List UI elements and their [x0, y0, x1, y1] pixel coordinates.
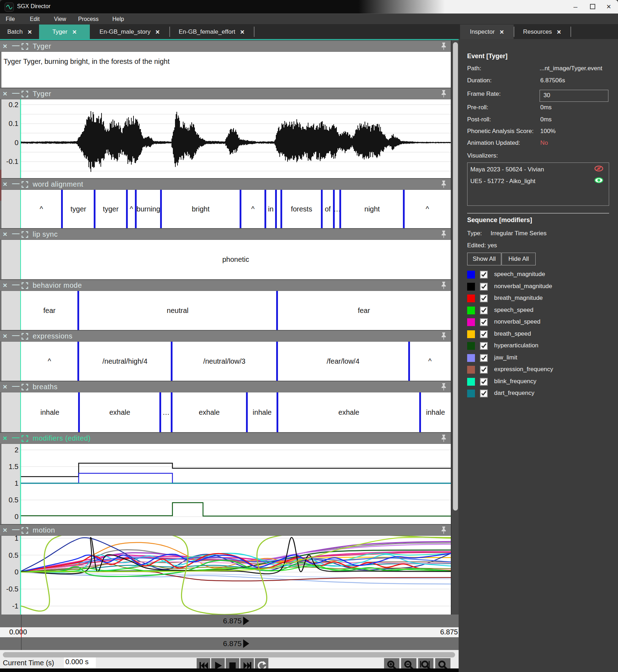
- track-checkbox[interactable]: [480, 342, 488, 350]
- panel-close-icon[interactable]: ×: [3, 382, 7, 391]
- frame-rate-input[interactable]: 30: [540, 90, 608, 102]
- playhead-line[interactable]: [20, 240, 21, 279]
- panel-minimize-icon[interactable]: —: [12, 331, 20, 339]
- panel-minimize-icon[interactable]: —: [12, 88, 20, 97]
- menu-file[interactable]: File: [4, 15, 17, 23]
- segment-label[interactable]: /neutral/high/4: [78, 342, 171, 381]
- track-checkbox[interactable]: [480, 366, 488, 374]
- track-checkbox[interactable]: [480, 354, 488, 362]
- tab-close-icon[interactable]: ×: [155, 28, 160, 35]
- segment-label[interactable]: inhale: [247, 392, 278, 432]
- tab-close-icon[interactable]: ×: [240, 28, 245, 35]
- time-slider-top[interactable]: 6.875: [0, 615, 459, 627]
- panel-expand-icon[interactable]: [21, 435, 28, 442]
- waveform-plot[interactable]: 0.20.10-0.1: [0, 99, 451, 178]
- side-tab-resources[interactable]: Resources×: [514, 24, 570, 39]
- close-button[interactable]: ×: [602, 2, 616, 11]
- track-checkbox[interactable]: [480, 378, 488, 386]
- panel-minimize-icon[interactable]: —: [12, 381, 20, 390]
- visualizer-item[interactable]: UE5 - 51772 - Aiko_light: [470, 177, 607, 186]
- panel-close-icon[interactable]: ×: [3, 180, 7, 188]
- panel-close-icon[interactable]: ×: [3, 332, 7, 340]
- panel-close-icon[interactable]: ×: [3, 89, 7, 98]
- segment-label[interactable]: /neutral/low/3: [171, 342, 277, 381]
- track-checkbox[interactable]: [480, 307, 488, 314]
- pin-icon[interactable]: [440, 332, 447, 340]
- vertical-scrollbar-thumb[interactable]: [453, 42, 458, 511]
- track-checkbox[interactable]: [480, 271, 488, 279]
- segment-label[interactable]: ^: [240, 190, 265, 228]
- segment-label[interactable]: …: [160, 392, 172, 432]
- time-slider-bottom[interactable]: 6.875: [0, 637, 459, 650]
- panel-minimize-icon[interactable]: —: [12, 525, 20, 533]
- segment-label[interactable]: /fear/low/4: [277, 342, 409, 381]
- track-checkbox[interactable]: [480, 318, 488, 326]
- panel-expand-icon[interactable]: [21, 90, 28, 98]
- panel-close-icon[interactable]: ×: [3, 230, 7, 238]
- panel-expand-icon[interactable]: [21, 181, 28, 188]
- motion-plot[interactable]: 10.50-0.5-1: [0, 536, 451, 615]
- maximize-button[interactable]: [585, 2, 600, 11]
- segment-label[interactable]: ^: [404, 190, 451, 228]
- panel-minimize-icon[interactable]: —: [12, 280, 20, 288]
- segment-label[interactable]: bright: [161, 190, 240, 228]
- tab-en-gb_male_story[interactable]: En-GB_male_story×: [90, 24, 169, 39]
- slider-handle-bottom[interactable]: 6.875: [213, 637, 259, 650]
- playhead-line[interactable]: [20, 190, 21, 228]
- playhead-line[interactable]: [20, 342, 21, 381]
- tab-close-icon[interactable]: ×: [72, 28, 77, 35]
- segment-label[interactable]: night: [340, 190, 404, 228]
- menu-edit[interactable]: Edit: [28, 15, 42, 23]
- playhead-line[interactable]: [20, 291, 21, 330]
- segment-label[interactable]: exhale: [278, 392, 420, 432]
- pin-icon[interactable]: [440, 180, 447, 188]
- vertical-scrollbar[interactable]: [451, 40, 459, 615]
- segment-label[interactable]: of: [322, 190, 334, 228]
- track-checkbox[interactable]: [480, 390, 488, 397]
- left-scrollbar-thumb[interactable]: [0, 170, 1, 201]
- segment-label[interactable]: inhale: [21, 392, 79, 432]
- segment-label[interactable]: tyger: [62, 190, 95, 228]
- segment-label[interactable]: fear: [21, 291, 78, 330]
- segment-label[interactable]: tyger: [94, 190, 127, 228]
- eye-hidden-icon[interactable]: [594, 165, 604, 172]
- minimize-button[interactable]: –: [568, 2, 583, 11]
- tab-close-icon[interactable]: ×: [28, 28, 32, 35]
- panel-expand-icon[interactable]: [21, 282, 28, 289]
- hide-all-button[interactable]: Hide All: [502, 253, 536, 265]
- menu-view[interactable]: View: [52, 15, 68, 23]
- track-checkbox[interactable]: [480, 294, 488, 302]
- tab-en-gb_female_effort[interactable]: En-GB_female_effort×: [169, 24, 254, 39]
- segment-label[interactable]: ^: [127, 190, 136, 228]
- horizontal-scrollbar[interactable]: [3, 652, 455, 657]
- pin-icon[interactable]: [440, 526, 447, 534]
- visualizer-item[interactable]: Maya 2023 - 50624 - Vivian: [470, 165, 607, 174]
- panel-expand-icon[interactable]: [21, 333, 28, 340]
- segment-label[interactable]: fear: [277, 291, 451, 330]
- time-range-bar[interactable]: 0.000 6.875: [0, 627, 459, 637]
- playhead-line[interactable]: [20, 392, 21, 432]
- track-checkbox[interactable]: [480, 283, 488, 291]
- menu-help[interactable]: Help: [110, 15, 126, 23]
- panel-minimize-icon[interactable]: —: [12, 433, 20, 441]
- pin-icon[interactable]: [440, 383, 447, 391]
- panel-close-icon[interactable]: ×: [3, 434, 7, 442]
- panel-minimize-icon[interactable]: —: [12, 179, 20, 187]
- slider-handle-top[interactable]: 6.875: [213, 615, 259, 627]
- side-tab-inspector[interactable]: Inspector×: [460, 24, 514, 39]
- eye-visible-icon[interactable]: [594, 177, 604, 184]
- pin-icon[interactable]: [440, 42, 447, 50]
- panel-minimize-icon[interactable]: —: [12, 41, 20, 49]
- current-time-field[interactable]: 0.000 s: [64, 657, 96, 668]
- panel-close-icon[interactable]: ×: [3, 526, 7, 534]
- segment-label[interactable]: exhale: [79, 392, 160, 432]
- segment-label[interactable]: ^: [21, 342, 78, 381]
- panel-close-icon[interactable]: ×: [3, 281, 7, 290]
- pin-icon[interactable]: [440, 434, 447, 442]
- segment-label[interactable]: burning: [136, 190, 161, 228]
- tab-batch[interactable]: Batch×: [0, 24, 39, 39]
- segment-label[interactable]: forests: [281, 190, 322, 228]
- tab-close-icon[interactable]: ×: [500, 28, 504, 35]
- segment-label[interactable]: neutral: [78, 291, 277, 330]
- tab-tyger[interactable]: Tyger×: [39, 24, 90, 39]
